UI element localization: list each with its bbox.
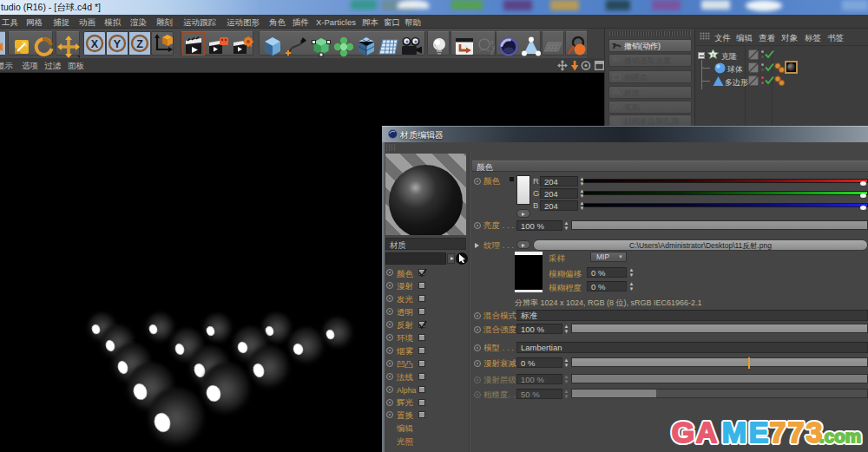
svg-text:G: G xyxy=(672,416,694,449)
svg-text:7: 7 xyxy=(788,416,805,449)
svg-text:Z: Z xyxy=(136,38,143,50)
svg-text:X: X xyxy=(91,38,99,50)
svg-text:A: A xyxy=(696,416,718,449)
svg-text:E: E xyxy=(749,416,769,449)
svg-text:.com: .com xyxy=(819,426,861,446)
svg-text:Y: Y xyxy=(114,38,122,50)
svg-text:z: z xyxy=(490,49,494,56)
svg-text:7: 7 xyxy=(770,416,786,449)
svg-text:M: M xyxy=(722,416,746,449)
